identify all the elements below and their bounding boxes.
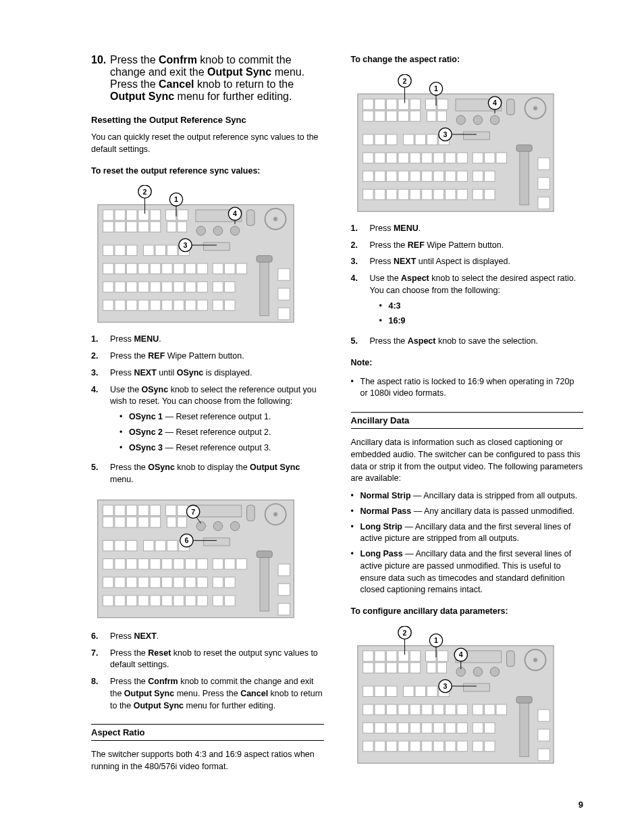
anc-intro: Ancillary data is information such as cl… [351,437,584,485]
heading-reset: Resetting the Output Reference Sync [91,115,324,125]
svg-text:6: 6 [184,536,188,544]
svg-text:3: 3 [184,241,188,249]
aspect-options: 4:3 16:9 [379,301,584,328]
step-number: 10. [91,54,110,103]
heading-ancillary: Ancillary Data [351,412,584,429]
anc-to: To configure ancillary data parameters: [351,606,584,618]
note-head: Note: [351,357,584,369]
note-list: The aspect ratio is locked to 16:9 when … [351,376,584,400]
aspect-intro: The switcher supports both 4:3 and 16:9 … [91,749,324,773]
left-column: 10. Press the Confrm knob to commit the … [91,54,324,779]
anc-params: Normal Strip — Ancillary data is strippe… [351,490,584,596]
svg-text:7: 7 [191,507,195,515]
svg-text:2: 2 [402,628,406,636]
svg-text:4: 4 [493,99,497,107]
reset-steps-a: 1.Press MENU. 2.Press the REF Wipe Patte… [91,334,324,486]
step-10: 10. Press the Confrm knob to commit the … [91,54,324,103]
reset-to: To reset the output reference sync value… [91,165,324,178]
svg-text:1: 1 [434,84,438,93]
panel-figure-4: 1 2 3 4 [351,626,584,766]
panel-figure-1: 1 2 3 4 [91,185,324,325]
svg-text:3: 3 [443,130,447,138]
reset-intro: You can quickly reset the output referen… [91,132,324,156]
svg-text:4: 4 [233,210,237,218]
svg-text:1: 1 [434,636,438,644]
step-text: Press the Confrm knob to commit the chan… [110,54,324,103]
svg-text:2: 2 [402,76,406,84]
change-steps: 1.Press MENU. 2.Press the REF Wipe Patte… [351,223,584,348]
page-number: 9 [579,800,583,810]
svg-text:1: 1 [174,195,178,203]
panel-figure-2: 6 7 [91,494,324,623]
panel-figure-3: 1 2 3 4 [351,74,584,215]
svg-text:2: 2 [143,188,147,196]
right-column: To change the aspect ratio: 1 2 3 4 1.Pr… [351,54,584,779]
svg-text:3: 3 [443,682,447,690]
reset-steps-b: 6.Press NEXT. 7.Press the Reset knob to … [91,631,324,712]
change-head: To change the aspect ratio: [351,54,584,66]
heading-aspect: Aspect Ratio [91,724,324,741]
svg-text:4: 4 [458,650,462,658]
osync-options: OSync 1 — Reset reference output 1. OSyn… [119,411,324,454]
